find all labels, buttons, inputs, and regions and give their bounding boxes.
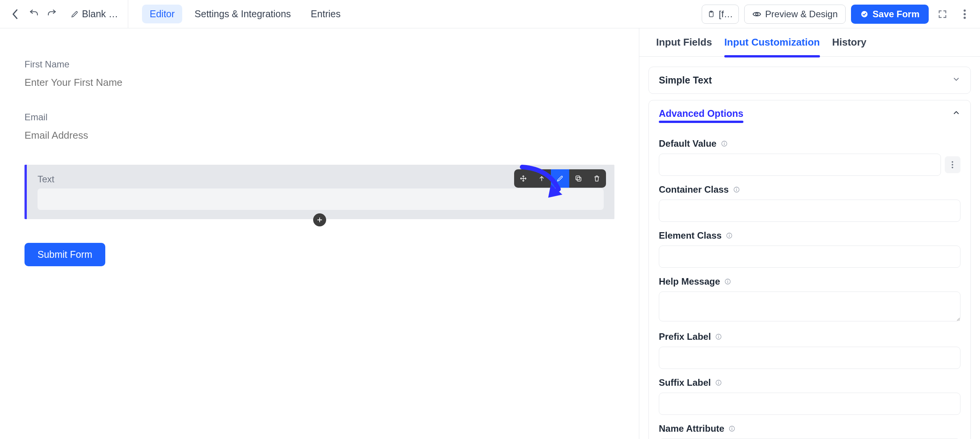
svg-point-2 xyxy=(756,13,758,15)
preview-text: Preview & Design xyxy=(765,9,838,20)
up-arrow-icon[interactable] xyxy=(532,169,551,188)
body: First Name Email Text xyxy=(0,28,980,439)
info-icon[interactable] xyxy=(715,379,722,387)
info-icon[interactable] xyxy=(720,140,728,147)
text-input[interactable] xyxy=(38,188,604,210)
form-name[interactable]: Blank F… xyxy=(63,0,128,28)
svg-rect-32 xyxy=(732,427,732,428)
form-name-text: Blank F… xyxy=(82,8,120,20)
email-input[interactable] xyxy=(24,127,614,143)
pencil-icon xyxy=(70,10,79,18)
check-circle-icon xyxy=(860,10,869,18)
svg-point-13 xyxy=(952,164,953,165)
advanced-options-head[interactable]: Advanced Options xyxy=(649,100,970,127)
tab-editor[interactable]: Editor xyxy=(142,5,182,23)
default-value-input[interactable] xyxy=(659,154,941,176)
svg-point-3 xyxy=(861,11,868,17)
tab-input-customization[interactable]: Input Customization xyxy=(718,29,826,56)
svg-rect-10 xyxy=(724,143,725,145)
sidebar: Input Fields Input Customization History… xyxy=(639,28,980,439)
default-value-label: Default Value xyxy=(659,138,717,149)
svg-rect-28 xyxy=(718,382,719,384)
topbar: Blank F… Editor Settings & Integrations … xyxy=(0,0,980,28)
help-message-input[interactable] xyxy=(659,292,960,321)
add-field-button[interactable] xyxy=(313,213,326,226)
svg-rect-26 xyxy=(718,335,719,336)
svg-rect-25 xyxy=(718,336,719,338)
suffix-label-input[interactable] xyxy=(659,393,960,415)
first-name-field[interactable]: First Name xyxy=(24,59,614,90)
advanced-options-body: Default Value Container Class xyxy=(649,127,970,439)
svg-rect-31 xyxy=(732,428,732,430)
default-value-more-icon[interactable] xyxy=(945,156,960,173)
svg-rect-22 xyxy=(727,281,728,283)
submit-button[interactable]: Submit Form xyxy=(24,243,105,266)
sidebar-content: Simple Text Advanced Options D xyxy=(639,57,980,439)
simple-text-head[interactable]: Simple Text xyxy=(649,67,970,93)
svg-point-12 xyxy=(952,161,953,163)
svg-rect-19 xyxy=(729,235,730,237)
info-icon[interactable] xyxy=(733,186,740,193)
back-icon[interactable] xyxy=(6,5,24,23)
tab-history[interactable]: History xyxy=(826,29,873,56)
prefix-label-field: Prefix Label xyxy=(659,331,960,369)
prefix-label-input[interactable] xyxy=(659,347,960,369)
info-icon[interactable] xyxy=(715,333,722,341)
container-class-label: Container Class xyxy=(659,184,729,195)
chevron-up-icon xyxy=(952,108,960,119)
undo-icon[interactable] xyxy=(24,5,43,23)
suffix-label-field: Suffix Label xyxy=(659,377,960,415)
shortcode-text: [f… xyxy=(719,9,733,20)
svg-rect-16 xyxy=(736,189,737,191)
info-icon[interactable] xyxy=(725,232,733,239)
simple-text-accordion: Simple Text xyxy=(648,67,971,94)
name-attribute-field: Name Attribute xyxy=(659,423,960,439)
svg-rect-20 xyxy=(729,234,730,235)
prefix-label-label: Prefix Label xyxy=(659,331,711,342)
delete-icon[interactable] xyxy=(588,169,606,188)
info-icon[interactable] xyxy=(724,278,732,285)
svg-rect-23 xyxy=(727,280,728,281)
container-class-input[interactable] xyxy=(659,200,960,222)
first-name-input[interactable] xyxy=(24,74,614,90)
email-field[interactable]: Email xyxy=(24,112,614,143)
default-value-field: Default Value xyxy=(659,138,960,176)
help-message-label: Help Message xyxy=(659,276,720,287)
fullscreen-icon[interactable] xyxy=(934,6,951,23)
save-button[interactable]: Save Form xyxy=(851,5,929,24)
clipboard-icon xyxy=(707,10,715,18)
topbar-left: Blank F… Editor Settings & Integrations … xyxy=(0,0,348,28)
svg-point-5 xyxy=(964,13,966,15)
info-icon[interactable] xyxy=(728,425,736,432)
selected-text-field[interactable]: Text xyxy=(24,165,614,219)
more-menu-icon[interactable] xyxy=(956,6,973,23)
preview-button[interactable]: Preview & Design xyxy=(744,5,846,24)
svg-rect-8 xyxy=(576,176,580,180)
suffix-label-label: Suffix Label xyxy=(659,377,711,388)
advanced-options-label: Advanced Options xyxy=(659,108,743,119)
redo-icon[interactable] xyxy=(43,5,61,23)
form-canvas: First Name Email Text xyxy=(0,28,639,439)
element-class-input[interactable] xyxy=(659,246,960,268)
copy-icon[interactable] xyxy=(569,169,588,188)
eye-icon xyxy=(752,10,761,19)
email-label: Email xyxy=(24,112,614,123)
chevron-down-icon xyxy=(952,75,960,86)
tab-entries[interactable]: Entries xyxy=(303,5,348,23)
field-toolbar xyxy=(514,169,606,188)
element-class-field: Element Class xyxy=(659,230,960,268)
tab-input-fields[interactable]: Input Fields xyxy=(650,29,718,56)
edit-icon[interactable] xyxy=(551,169,569,188)
tab-settings[interactable]: Settings & Integrations xyxy=(187,5,299,23)
main-tabs: Editor Settings & Integrations Entries xyxy=(128,5,348,23)
svg-point-6 xyxy=(964,16,966,19)
svg-point-4 xyxy=(964,9,966,11)
container-class-field: Container Class xyxy=(659,184,960,222)
shortcode-button[interactable]: [f… xyxy=(702,5,739,24)
svg-rect-29 xyxy=(718,381,719,382)
simple-text-label: Simple Text xyxy=(659,75,712,86)
svg-point-14 xyxy=(952,167,953,168)
element-class-label: Element Class xyxy=(659,230,722,241)
move-icon[interactable] xyxy=(514,169,532,188)
svg-rect-11 xyxy=(724,142,725,143)
